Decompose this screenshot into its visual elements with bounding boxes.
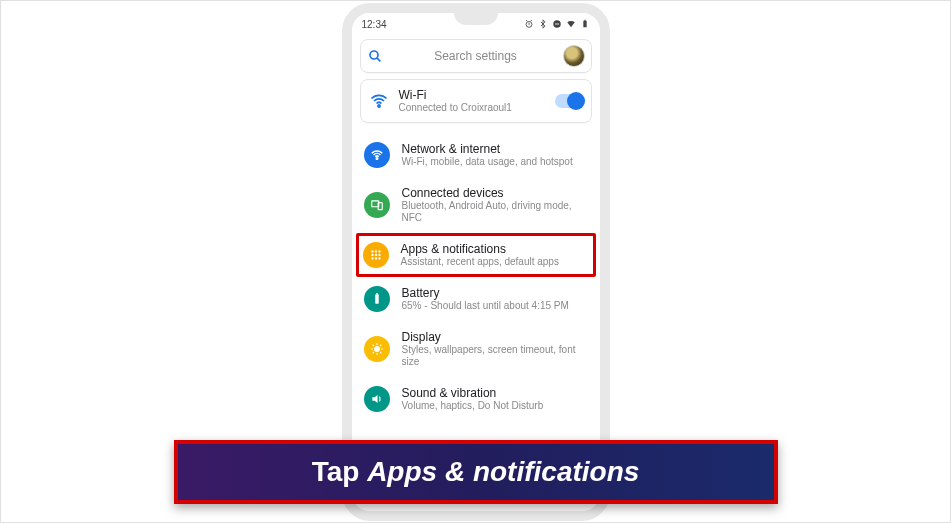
- status-icons: [524, 19, 590, 29]
- svg-point-15: [374, 254, 376, 256]
- row-subtitle: Bluetooth, Android Auto, driving mode, N…: [402, 200, 588, 224]
- settings-list: Network & internet Wi-Fi, mobile, data u…: [352, 133, 600, 421]
- wifi-status-icon: [566, 19, 576, 29]
- svg-point-5: [370, 51, 378, 59]
- svg-rect-2: [554, 24, 558, 25]
- svg-point-18: [374, 257, 376, 259]
- svg-point-12: [374, 250, 376, 252]
- svg-rect-20: [375, 294, 379, 303]
- instruction-banner: Tap Apps & notifications: [174, 440, 778, 504]
- svg-point-13: [378, 250, 380, 252]
- row-title: Network & internet: [402, 142, 588, 156]
- battery-status-icon: [580, 19, 590, 29]
- svg-line-29: [372, 352, 373, 353]
- settings-row-sound[interactable]: Sound & vibration Volume, haptics, Do No…: [358, 377, 594, 421]
- wifi-quick-card[interactable]: Wi-Fi Connected to Croixraoul1: [360, 79, 592, 123]
- settings-row-display[interactable]: Display Styles, wallpapers, screen timeo…: [358, 321, 594, 377]
- status-time: 12:34: [362, 19, 387, 30]
- svg-line-30: [380, 345, 381, 346]
- svg-point-22: [374, 347, 379, 352]
- settings-row-apps[interactable]: Apps & notifications Assistant, recent a…: [356, 233, 596, 277]
- dnd-icon: [552, 19, 562, 29]
- wifi-subtitle: Connected to Croixraoul1: [399, 102, 545, 114]
- svg-point-7: [377, 105, 379, 107]
- row-title: Connected devices: [402, 186, 588, 200]
- search-bar[interactable]: Search settings: [360, 39, 592, 73]
- row-title: Apps & notifications: [401, 242, 589, 256]
- row-subtitle: Assistant, recent apps, default apps: [401, 256, 589, 268]
- row-subtitle: Styles, wallpapers, screen timeout, font…: [402, 344, 588, 368]
- battery-icon: [364, 286, 390, 312]
- settings-row-devices[interactable]: Connected devices Bluetooth, Android Aut…: [358, 177, 594, 233]
- caption-emph: Apps & notifications: [367, 456, 639, 487]
- devices-icon: [364, 192, 390, 218]
- search-placeholder: Search settings: [389, 49, 563, 63]
- phone-notch: [454, 9, 498, 25]
- row-subtitle: Volume, haptics, Do Not Disturb: [402, 400, 588, 412]
- display-icon: [364, 336, 390, 362]
- row-title: Sound & vibration: [402, 386, 588, 400]
- svg-line-27: [372, 345, 373, 346]
- svg-point-14: [371, 254, 373, 256]
- apps-icon: [363, 242, 389, 268]
- svg-rect-3: [583, 21, 586, 28]
- wifi-icon: [369, 91, 389, 111]
- svg-line-28: [380, 352, 381, 353]
- network-icon: [364, 142, 390, 168]
- sound-icon: [364, 386, 390, 412]
- svg-point-16: [378, 254, 380, 256]
- row-subtitle: Wi-Fi, mobile, data usage, and hotspot: [402, 156, 588, 168]
- svg-point-19: [378, 257, 380, 259]
- svg-point-17: [371, 257, 373, 259]
- svg-point-8: [376, 158, 378, 160]
- svg-rect-21: [376, 293, 378, 294]
- bluetooth-icon: [538, 19, 548, 29]
- settings-row-battery[interactable]: Battery 65% - Should last until about 4:…: [358, 277, 594, 321]
- settings-row-network[interactable]: Network & internet Wi-Fi, mobile, data u…: [358, 133, 594, 177]
- svg-line-6: [377, 58, 380, 61]
- row-title: Battery: [402, 286, 588, 300]
- svg-rect-4: [584, 20, 586, 21]
- caption-prefix: Tap: [312, 456, 367, 487]
- svg-point-11: [371, 250, 373, 252]
- alarm-icon: [524, 19, 534, 29]
- phone-screen: 12:34 Search settings Wi-Fi Connected: [352, 13, 600, 511]
- wifi-toggle[interactable]: [555, 94, 583, 108]
- wifi-title: Wi-Fi: [399, 88, 545, 102]
- row-subtitle: 65% - Should last until about 4:15 PM: [402, 300, 588, 312]
- row-title: Display: [402, 330, 588, 344]
- search-icon: [367, 48, 383, 64]
- profile-avatar[interactable]: [563, 45, 585, 67]
